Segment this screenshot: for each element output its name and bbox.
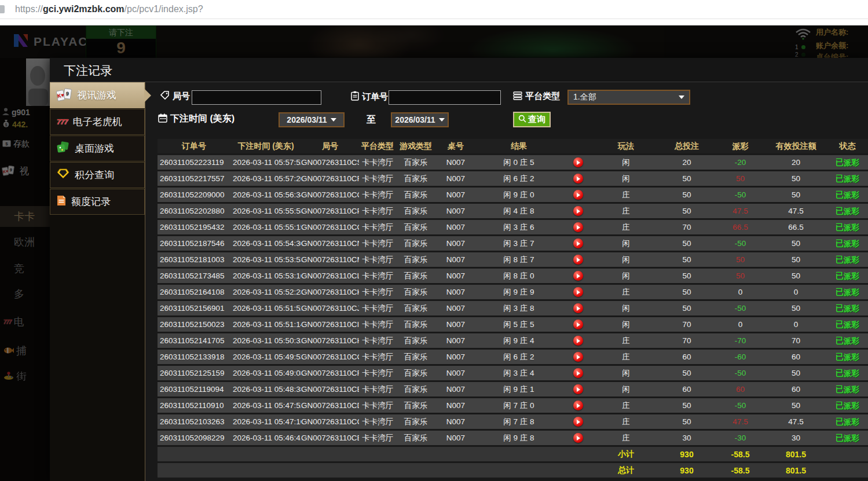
screen: https://gci.ywi2mzbk.com/pc/pcv1/index.j… [0, 0, 868, 481]
menu-item-label: 电子老虎机 [73, 115, 122, 128]
url-path: /pc/pcv1/index.jsp? [124, 4, 203, 14]
menu-item-slots[interactable]: 777 电子老虎机 [50, 109, 145, 135]
column-header: 游戏类型 [396, 139, 435, 153]
column-header: 状态 [827, 139, 868, 153]
replay-result-button[interactable] [573, 255, 583, 265]
subtotal-total-bet: 930 [658, 447, 716, 461]
table-row: 2603110522090002026-03-11 05:56:34GN0072… [158, 188, 868, 202]
chevron-down-icon [679, 96, 684, 99]
column-header: 总投注 [658, 139, 716, 153]
menu-item-table-games[interactable]: 桌面游戏 [50, 135, 145, 161]
replay-result-button[interactable] [573, 368, 583, 378]
date-to-select[interactable]: 2026/03/11 [391, 112, 449, 127]
bet-records-table: 订单号下注时间 (美东)局号平台类型游戏类型桌号结果玩法总投注派彩有效投注额状态… [158, 137, 868, 479]
url-text: https://gci.ywi2mzbk.com/pc/pcv1/index.j… [15, 4, 203, 14]
table-row: 2603110520982292026-03-11 05:46:41GN0072… [158, 431, 868, 445]
column-header: 派彩 [716, 139, 765, 153]
url-scheme: https:// [15, 4, 43, 14]
table-row: 2603110522175572026-03-11 05:57:20GN0072… [158, 171, 868, 186]
site-info-icon[interactable] [0, 5, 5, 13]
total-valid-bet: 801.5 [765, 463, 827, 478]
column-header: 局号 [301, 139, 359, 153]
bet-records-modal: 下注记录 9 K♥ 视讯游戏 777 电子老虎机 桌面游戏 [50, 58, 868, 481]
round-no-label: 局号 [160, 91, 190, 102]
order-no-input[interactable] [389, 90, 501, 105]
modal-content: 局号 订单号 平台类型 1.全部 [145, 82, 868, 481]
table-row: 2603110521251592026-03-11 05:49:08GN0072… [158, 366, 868, 380]
menu-item-video-games[interactable]: 9 K♥ 视讯游戏 [50, 82, 145, 108]
modal-menu: 9 K♥ 视讯游戏 777 电子老虎机 桌面游戏 积分查询 [50, 82, 145, 481]
table-row: 2603110521500232026-03-11 05:51:14GN0072… [158, 317, 868, 332]
search-button[interactable]: 查询 [513, 112, 551, 127]
clipboard-icon [351, 91, 359, 102]
column-header: 桌号 [435, 139, 476, 153]
menu-item-credit-records[interactable]: 额度记录 [50, 189, 145, 215]
total-total-bet: 930 [658, 463, 716, 478]
replay-result-button[interactable] [573, 384, 583, 394]
column-header [562, 139, 594, 153]
chevron-down-icon [331, 118, 336, 122]
platform-type-value: 1.全部 [573, 92, 596, 102]
platform-list-icon [513, 91, 522, 102]
platform-type-label: 平台类型 [513, 91, 560, 102]
table-games-icon [57, 141, 69, 156]
app-background: PLAYACE 请下注 9 用户名称: 账户余额: 桌台编号: [0, 25, 868, 481]
column-header: 结果 [476, 139, 562, 153]
replay-result-button[interactable] [573, 401, 583, 410]
replay-result-button[interactable] [573, 287, 583, 297]
column-header: 下注时间 (美东) [230, 139, 301, 153]
total-label: 总计 [594, 463, 658, 478]
total-row: 总计 930 -58.5 801.5 [158, 463, 868, 478]
subtotal-valid-bet: 801.5 [765, 447, 827, 461]
browser-address-bar[interactable]: https://gci.ywi2mzbk.com/pc/pcv1/index.j… [0, 0, 868, 25]
replay-result-button[interactable] [573, 157, 583, 167]
search-icon [518, 115, 526, 124]
replay-result-button[interactable] [573, 352, 583, 362]
replay-result-button[interactable] [573, 433, 583, 443]
replay-result-button[interactable] [573, 271, 583, 281]
modal-header: 下注记录 [50, 58, 868, 82]
document-icon [57, 195, 66, 209]
table-row: 2603110521339182026-03-11 05:49:53GN0072… [158, 350, 868, 364]
table-row: 2603110521109102026-03-11 05:47:52GN0072… [158, 398, 868, 413]
replay-result-button[interactable] [573, 417, 583, 427]
replay-result-button[interactable] [573, 320, 583, 329]
table-row: 2603110522231192026-03-11 05:57:52GN0072… [158, 155, 868, 170]
replay-result-button[interactable] [573, 303, 583, 313]
replay-result-button[interactable] [573, 190, 583, 200]
table-row: 2603110521569012026-03-11 05:51:52GN0072… [158, 301, 868, 315]
to-label: 至 [367, 114, 376, 126]
subtotal-row: 小计 930 -58.5 801.5 [158, 447, 868, 461]
menu-item-label: 积分查询 [75, 168, 114, 182]
table-row: 2603110522028802026-03-11 05:55:58GN0072… [158, 204, 868, 218]
tag-icon [160, 91, 170, 102]
platform-type-select[interactable]: 1.全部 [567, 90, 690, 105]
table-row: 2603110521954322026-03-11 05:55:15GN0072… [158, 220, 868, 234]
table-row: 2603110521641082026-03-11 05:52:28GN0072… [158, 285, 868, 299]
cards-icon: 9 K♥ [57, 89, 72, 102]
column-header: 订单号 [158, 139, 230, 153]
order-no-label: 订单号 [351, 91, 388, 102]
browser-divider [0, 19, 868, 19]
replay-result-button[interactable] [573, 238, 583, 248]
menu-item-points[interactable]: 积分查询 [50, 162, 145, 188]
replay-result-button[interactable] [573, 206, 583, 216]
date-from-select[interactable]: 2026/03/11 [279, 112, 345, 127]
date-from-value: 2026/03/11 [287, 115, 327, 124]
table-header-row: 订单号下注时间 (美东)局号平台类型游戏类型桌号结果玩法总投注派彩有效投注额状态 [158, 139, 868, 153]
column-header: 玩法 [594, 139, 658, 153]
column-header: 平台类型 [359, 139, 396, 153]
replay-result-button[interactable] [573, 222, 583, 232]
menu-item-label: 视讯游戏 [77, 89, 116, 102]
chevron-down-icon [439, 118, 445, 122]
round-no-input[interactable] [192, 90, 321, 105]
replay-result-button[interactable] [573, 336, 583, 346]
table-row: 2603110521810032026-03-11 05:53:53GN0072… [158, 252, 868, 267]
diamond-icon [57, 168, 69, 182]
subtotal-label: 小计 [594, 447, 658, 461]
table-row: 2603110521417052026-03-11 05:50:32GN0072… [158, 333, 868, 348]
table-row: 2603110521032632026-03-11 05:47:10GN0072… [158, 414, 868, 429]
table-row: 2603110521875462026-03-11 05:54:30GN0072… [158, 236, 868, 251]
url-domain: gci.ywi2mzbk.com [43, 4, 124, 14]
replay-result-button[interactable] [573, 174, 583, 183]
